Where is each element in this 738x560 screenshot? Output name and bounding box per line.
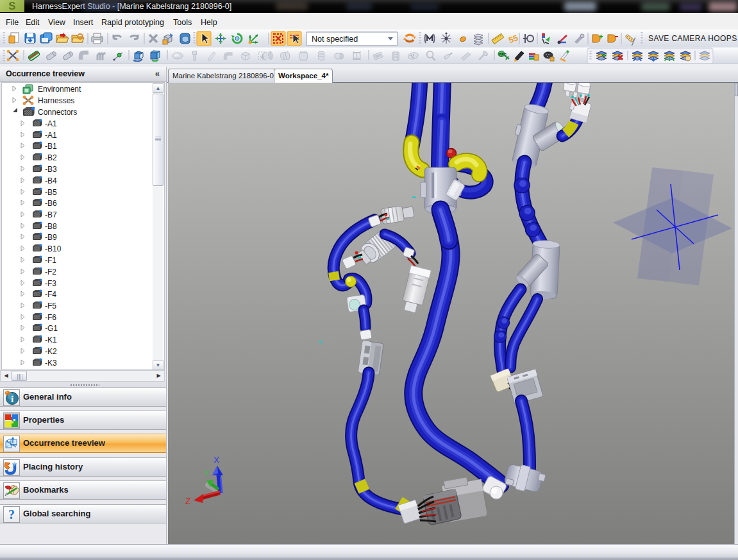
svg-text:X: X [214, 455, 220, 465]
svg-text:SAVE CAMERA HOOPS: SAVE CAMERA HOOPS [648, 34, 737, 43]
svg-text:Not specified: Not specified [312, 35, 358, 44]
svg-text:Y: Y [204, 468, 210, 478]
svg-text:i: i [11, 394, 13, 404]
svg-text:Z: Z [185, 496, 191, 506]
svg-text:?: ? [8, 507, 15, 522]
svg-text:55: 55 [507, 33, 519, 45]
